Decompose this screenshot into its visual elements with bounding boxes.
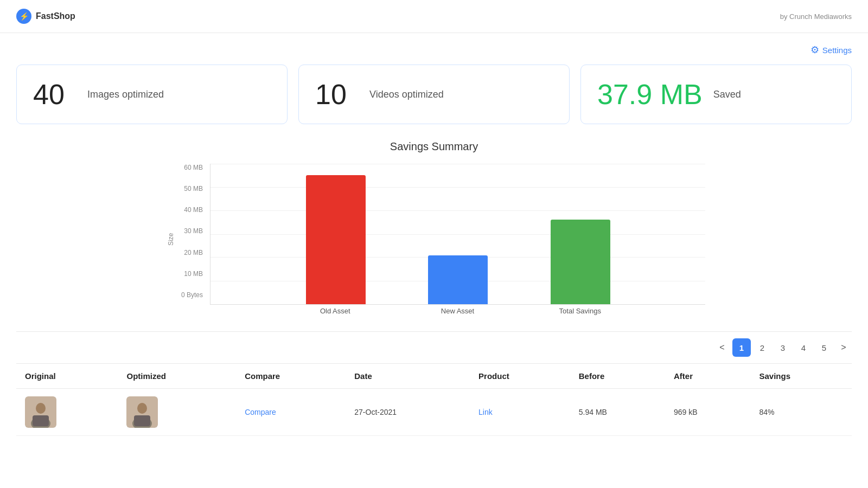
cell-after: 969 kB	[665, 389, 750, 436]
y-tick-0: 0 Bytes	[181, 291, 203, 299]
x-label-old-asset: Old Asset	[305, 307, 365, 315]
bar-new-asset-rect	[428, 255, 488, 304]
videos-count: 10	[315, 80, 359, 108]
svg-point-1	[36, 403, 46, 414]
compare-link[interactable]: Compare	[245, 408, 276, 416]
col-header-after: After	[665, 364, 750, 389]
header-byline: by Crunch Mediaworks	[780, 12, 852, 21]
chart-section: Savings Summary Size 60 MB 50 MB 40 MB 3…	[163, 140, 705, 315]
bar-new-asset	[428, 255, 488, 304]
y-tick-40: 40 MB	[184, 206, 203, 214]
cell-date: 27-Oct-2021	[346, 389, 470, 436]
images-count: 40	[33, 80, 76, 108]
cell-optimized	[118, 389, 236, 436]
original-thumbnail	[25, 396, 56, 428]
svg-rect-3	[33, 415, 49, 426]
bar-old-asset	[306, 175, 366, 304]
prev-page-button[interactable]: <	[714, 338, 730, 357]
pagination: < 1 2 3 4 5 >	[16, 331, 852, 364]
bar-old-asset-rect	[306, 175, 366, 304]
main-content: ⚙ Settings 40 Images optimized 10 Videos…	[0, 33, 868, 447]
y-tick-20: 20 MB	[184, 249, 203, 256]
page-5-button[interactable]: 5	[815, 338, 833, 357]
col-header-date: Date	[346, 364, 470, 389]
y-tick-10: 10 MB	[184, 270, 203, 278]
settings-label: Settings	[822, 46, 852, 55]
saved-label: Saved	[713, 89, 741, 100]
bars-container	[210, 164, 705, 304]
next-page-button[interactable]: >	[835, 338, 852, 357]
page-4-button[interactable]: 4	[794, 338, 813, 357]
chart-area: 60 MB 50 MB 40 MB 30 MB 20 MB 10 MB 0 By…	[175, 164, 705, 315]
col-header-original: Original	[16, 364, 118, 389]
data-table: Original Optimized Compare Date Product …	[16, 364, 852, 436]
chart-container: Size 60 MB 50 MB 40 MB 30 MB 20 MB 10 MB…	[163, 164, 705, 315]
page-1-button[interactable]: 1	[732, 338, 751, 357]
settings-button[interactable]: ⚙ Settings	[810, 44, 852, 56]
chart-title: Savings Summary	[163, 140, 705, 153]
cell-savings: 84%	[750, 389, 852, 436]
col-header-product: Product	[470, 364, 570, 389]
chart-plot	[210, 164, 705, 305]
bar-total-savings-rect	[551, 220, 610, 304]
brand-name: FastShop	[36, 11, 75, 21]
gear-icon: ⚙	[810, 44, 819, 56]
brand: ⚡ FastShop	[16, 9, 75, 24]
y-tick-50: 50 MB	[184, 185, 203, 192]
images-stat-card: 40 Images optimized	[16, 65, 288, 124]
original-image	[25, 396, 56, 428]
y-tick-60: 60 MB	[184, 164, 203, 171]
bar-total-savings	[551, 220, 610, 304]
optimized-thumbnail	[126, 396, 158, 428]
cell-before: 5.94 MB	[570, 389, 665, 436]
page-3-button[interactable]: 3	[774, 338, 792, 357]
y-axis-label: Size	[163, 164, 175, 315]
saved-stat-card: 37.9 MB Saved	[580, 65, 852, 124]
col-header-optimized: Optimized	[118, 364, 236, 389]
svg-rect-7	[134, 415, 150, 426]
table-row: Compare 27-Oct-2021 Link 5.94 MB 969 kB …	[16, 389, 852, 436]
videos-stat-card: 10 Videos optimized	[298, 65, 570, 124]
x-label-new-asset: New Asset	[428, 307, 488, 315]
header: ⚡ FastShop by Crunch Mediaworks	[0, 0, 868, 33]
cell-compare[interactable]: Compare	[236, 389, 346, 436]
saved-amount: 37.9 MB	[597, 80, 703, 108]
x-label-total-savings: Total Savings	[550, 307, 610, 315]
svg-point-5	[137, 403, 147, 414]
y-axis: 60 MB 50 MB 40 MB 30 MB 20 MB 10 MB 0 By…	[175, 164, 207, 299]
x-labels: Old Asset New Asset Total Savings	[210, 307, 705, 315]
cell-product[interactable]: Link	[470, 389, 570, 436]
images-label: Images optimized	[87, 89, 164, 100]
settings-row: ⚙ Settings	[16, 44, 852, 56]
optimized-image	[126, 396, 158, 428]
page-2-button[interactable]: 2	[753, 338, 771, 357]
videos-label: Videos optimized	[369, 89, 444, 100]
col-header-savings: Savings	[750, 364, 852, 389]
stats-row: 40 Images optimized 10 Videos optimized …	[16, 65, 852, 124]
cell-original	[16, 389, 118, 436]
product-link[interactable]: Link	[478, 408, 493, 416]
y-tick-30: 30 MB	[184, 227, 203, 235]
col-header-compare: Compare	[236, 364, 346, 389]
table-header-row: Original Optimized Compare Date Product …	[16, 364, 852, 389]
col-header-before: Before	[570, 364, 665, 389]
brand-icon: ⚡	[16, 9, 31, 24]
